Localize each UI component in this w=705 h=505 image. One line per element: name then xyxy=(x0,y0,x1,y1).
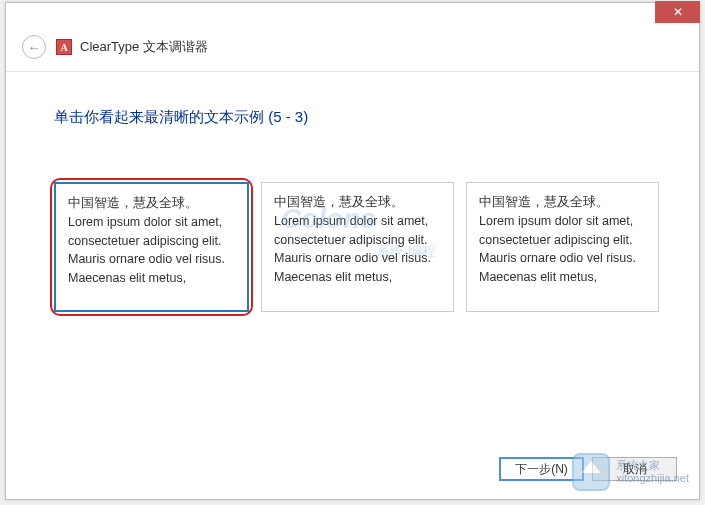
sample-text-en: Lorem ipsum dolor sit amet, consectetuer… xyxy=(274,214,431,284)
sample-text-cn: 中国智造，慧及全球。 xyxy=(274,195,404,209)
back-button[interactable]: ← xyxy=(22,35,46,59)
text-sample-1[interactable]: 中国智造，慧及全球。 Lorem ipsum dolor sit amet, c… xyxy=(54,182,249,312)
header: ← A ClearType 文本调谐器 xyxy=(6,31,699,72)
text-sample-3[interactable]: 中国智造，慧及全球。 Lorem ipsum dolor sit amet, c… xyxy=(466,182,659,312)
sample-text-cn: 中国智造，慧及全球。 xyxy=(68,196,198,210)
window: ✕ ← A ClearType 文本调谐器 单击你看起来最清晰的文本示例 (5 … xyxy=(5,2,700,500)
sample-text-cn: 中国智造，慧及全球。 xyxy=(479,195,609,209)
footer-buttons: 下一步(N) 取消 xyxy=(499,457,677,481)
sample-text-en: Lorem ipsum dolor sit amet, consectetuer… xyxy=(68,215,225,285)
sample-container: 中国智造，慧及全球。 Lorem ipsum dolor sit amet, c… xyxy=(54,182,659,312)
close-icon: ✕ xyxy=(673,5,683,19)
text-sample-2[interactable]: 中国智造，慧及全球。 Lorem ipsum dolor sit amet, c… xyxy=(261,182,454,312)
close-button[interactable]: ✕ xyxy=(655,1,700,23)
content-area: 单击你看起来最清晰的文本示例 (5 - 3) Colons 系统 编程 中国智造… xyxy=(6,72,699,332)
sample-text-en: Lorem ipsum dolor sit amet, consectetuer… xyxy=(479,214,636,284)
instruction-text: 单击你看起来最清晰的文本示例 (5 - 3) xyxy=(54,108,659,127)
back-arrow-icon: ← xyxy=(28,40,41,55)
next-button[interactable]: 下一步(N) xyxy=(499,457,584,481)
window-title: ClearType 文本调谐器 xyxy=(80,38,208,56)
titlebar: ✕ xyxy=(6,3,699,31)
app-icon: A xyxy=(56,39,72,55)
cancel-button[interactable]: 取消 xyxy=(592,457,677,481)
